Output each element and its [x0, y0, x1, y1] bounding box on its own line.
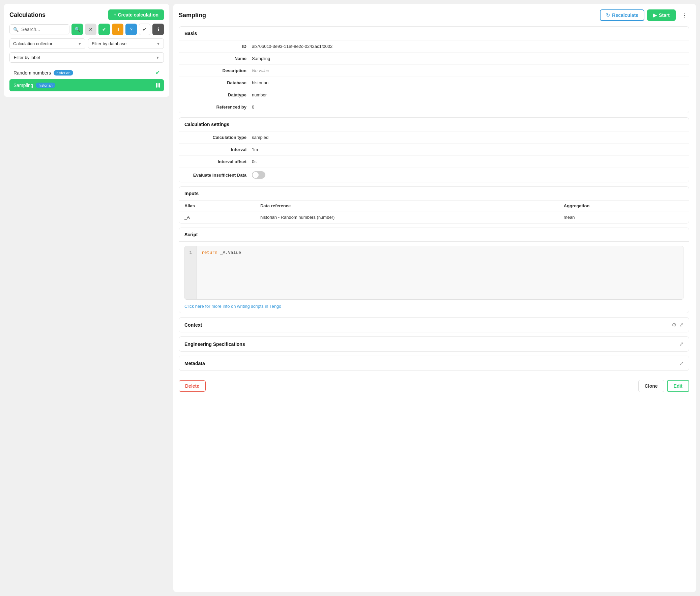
- table-row: _A historian - Random numbers (number) m…: [179, 211, 689, 224]
- datatype-row: Datatype number: [179, 89, 689, 101]
- calc-item-left: Random numbers historian: [14, 70, 73, 76]
- calc-settings-body: Calculation type sampled Interval 1m Int…: [179, 131, 689, 182]
- calc-item-right: ✔: [155, 70, 160, 76]
- start-button[interactable]: ▶ Start: [647, 9, 676, 21]
- interval-offset-label: Interval offset: [184, 159, 252, 164]
- create-calculation-button[interactable]: + Create calculation: [108, 9, 164, 20]
- collector-filter[interactable]: Calculation collector ▼: [9, 38, 85, 49]
- right-header: Sampling ↻ Recalculate ▶ Start ⋮: [179, 9, 691, 21]
- id-label: ID: [184, 44, 252, 49]
- more-options-button[interactable]: ⋮: [678, 10, 691, 21]
- filter-row: Calculation collector ▼ Filter by databa…: [9, 38, 164, 49]
- script-section: Script 1 return _A.Value Click here for …: [179, 228, 689, 313]
- filter-active-button[interactable]: ✔: [98, 24, 110, 35]
- code-value: _A.Value: [220, 250, 241, 255]
- metadata-header[interactable]: Metadata ⤢: [179, 356, 689, 370]
- interval-row: Interval 1m: [179, 144, 689, 156]
- page-title: Calculations: [9, 11, 46, 19]
- basis-section: Basis ID ab70b0c0-3e93-11ef-8e2c-0242ac1…: [179, 26, 689, 113]
- gear-icon[interactable]: ⚙: [672, 321, 676, 328]
- col-aggregation: Aggregation: [558, 201, 689, 211]
- context-icons: ⚙ ⤢: [672, 321, 683, 328]
- right-panel: Sampling ↻ Recalculate ▶ Start ⋮ Basis I…: [173, 4, 696, 592]
- engineering-specs-header[interactable]: Engineering Specifications ⤢: [179, 337, 689, 351]
- script-help-link[interactable]: Click here for more info on writing scri…: [179, 304, 689, 313]
- database-value: historian: [252, 80, 683, 85]
- check-status-button[interactable]: ✔: [139, 24, 150, 35]
- script-editor[interactable]: 1 return _A.Value: [184, 246, 683, 300]
- basis-section-title: Basis: [179, 27, 689, 41]
- interval-offset-value: 0s: [252, 159, 683, 164]
- referenced-by-row: Referenced by 0: [179, 101, 689, 113]
- line-number: 1: [190, 250, 192, 255]
- database-filter[interactable]: Filter by database ▼: [88, 38, 164, 49]
- footer-actions: Delete Clone Edit: [179, 375, 689, 392]
- footer-right: Clone Edit: [638, 380, 689, 392]
- aggregation-cell: mean: [558, 211, 689, 224]
- context-section: Context ⚙ ⤢: [179, 317, 689, 332]
- id-value: ab70b0c0-3e93-11ef-8e2c-0242ac1f0002: [252, 44, 683, 49]
- script-content[interactable]: return _A.Value: [197, 246, 683, 299]
- database-filter-label: Filter by database: [92, 41, 126, 46]
- description-value: No value: [252, 68, 683, 73]
- script-section-title: Script: [179, 228, 689, 242]
- search-input-wrap: 🔍: [9, 24, 70, 34]
- play-icon: ▶: [653, 12, 657, 18]
- calc-type-row: Calculation type sampled: [179, 131, 689, 144]
- expand-icon[interactable]: ⤢: [679, 321, 683, 328]
- calc-type-value: sampled: [252, 135, 683, 140]
- search-row: 🔍 🔍 ✕ ✔ ⏸ ? ✔ ℹ: [9, 24, 164, 35]
- inputs-section: Inputs Alias Data reference Aggregation …: [179, 186, 689, 224]
- edit-button[interactable]: Edit: [667, 380, 689, 392]
- referenced-by-label: Referenced by: [184, 104, 252, 109]
- calc-type-label: Calculation type: [184, 135, 252, 140]
- tag-badge: historian: [54, 70, 73, 76]
- name-row: Name Sampling: [179, 53, 689, 65]
- expand-icon[interactable]: ⤢: [679, 360, 683, 366]
- alias-cell: _A: [179, 211, 255, 224]
- interval-label: Interval: [184, 147, 252, 152]
- context-header[interactable]: Context ⚙ ⤢: [179, 317, 689, 332]
- delete-button[interactable]: Delete: [179, 380, 206, 392]
- datatype-label: Datatype: [184, 93, 252, 98]
- engineering-specs-icons: ⤢: [679, 341, 683, 347]
- left-panel: Calculations + Create calculation 🔍 🔍 ✕ …: [4, 4, 169, 97]
- chevron-down-icon: ▼: [156, 42, 160, 46]
- clone-button[interactable]: Clone: [638, 380, 664, 392]
- expand-icon[interactable]: ⤢: [679, 341, 683, 347]
- metadata-section: Metadata ⤢: [179, 356, 689, 371]
- data-ref-cell: historian - Random numbers (number): [255, 211, 558, 224]
- referenced-by-value: 0: [252, 104, 683, 109]
- search-button[interactable]: 🔍: [72, 24, 83, 35]
- clear-search-button[interactable]: ✕: [85, 24, 96, 35]
- chevron-down-icon: ▼: [78, 42, 82, 46]
- left-header: Calculations + Create calculation: [9, 9, 164, 20]
- col-data-ref: Data reference: [255, 201, 558, 211]
- calc-name: Random numbers: [14, 70, 51, 76]
- calculation-list: Random numbers historian ✔ Sampling hist…: [9, 66, 164, 92]
- search-icon: 🔍: [13, 27, 19, 32]
- help-button[interactable]: ?: [125, 24, 137, 35]
- name-label: Name: [184, 56, 252, 61]
- inputs-section-title: Inputs: [179, 187, 689, 201]
- chevron-down-icon: ▼: [156, 56, 159, 60]
- interval-offset-row: Interval offset 0s: [179, 156, 689, 168]
- list-item[interactable]: Random numbers historian ✔: [9, 66, 164, 79]
- recalculate-button[interactable]: ↻ Recalculate: [600, 9, 644, 21]
- return-keyword: return: [202, 250, 218, 255]
- metadata-icons: ⤢: [679, 360, 683, 366]
- calc-name: Sampling: [14, 83, 33, 88]
- list-item[interactable]: Sampling historian: [9, 79, 164, 92]
- eval-insufficient-label: Evaluate Insufficient Data: [184, 173, 252, 178]
- info-button[interactable]: ℹ: [152, 24, 164, 35]
- engineering-specs-title: Engineering Specifications: [184, 341, 245, 347]
- calc-item-right: [156, 83, 160, 88]
- filter-paused-button[interactable]: ⏸: [112, 24, 123, 35]
- eval-insufficient-toggle[interactable]: [252, 171, 265, 179]
- search-input[interactable]: [21, 27, 66, 32]
- name-value: Sampling: [252, 56, 683, 61]
- datatype-value: number: [252, 93, 683, 98]
- label-filter[interactable]: Filter by label ▼: [9, 52, 164, 63]
- calc-settings-title: Calculation settings: [179, 118, 689, 131]
- engineering-specs-section: Engineering Specifications ⤢: [179, 336, 689, 352]
